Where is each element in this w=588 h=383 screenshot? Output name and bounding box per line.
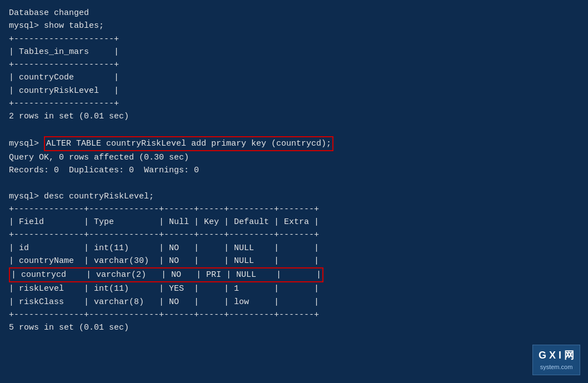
terminal-line: Records: 0 Duplicates: 0 Warnings: 0	[9, 164, 579, 177]
terminal-line: mysql> show tables;	[9, 19, 579, 32]
terminal-line: mysql> desc countryRiskLevel;	[9, 190, 579, 203]
terminal-line: Query OK, 0 rows affected (0.30 sec)	[9, 151, 579, 164]
highlight-command: ALTER TABLE countryRiskLevel add primary…	[44, 136, 333, 151]
terminal-line: 2 rows in set (0.01 sec)	[9, 110, 579, 123]
highlight-row-content: | countrycd | varchar(2) | NO | PRI | NU…	[9, 267, 323, 282]
terminal-line	[9, 123, 579, 136]
terminal-line: | countryCode |	[9, 71, 579, 84]
terminal-line: | countryName | varchar(30) | NO | | NUL…	[9, 255, 579, 267]
terminal-line: 5 rows in set (0.01 sec)	[9, 321, 579, 334]
watermark-domain: system.com	[539, 363, 574, 371]
terminal-line: | Tables_in_mars |	[9, 46, 579, 58]
terminal-line: Database changed	[9, 7, 579, 19]
terminal-line: +--------------+--------------+------+--…	[9, 228, 579, 241]
terminal-line: +--------------+--------------+------+--…	[9, 203, 579, 216]
terminal-line: | id | int(11) | NO | | NULL | |	[9, 242, 579, 255]
terminal-line: +--------------+--------------+------+--…	[9, 309, 579, 321]
terminal-line: +--------------------+	[9, 33, 579, 46]
terminal-line: | countryRiskLevel |	[9, 84, 579, 97]
watermark: G X I 网 system.com	[532, 345, 580, 375]
terminal-line: | riskLevel | int(11) | YES | | 1 | |	[9, 282, 579, 295]
terminal-window: Database changed mysql> show tables; +--…	[0, 0, 588, 383]
watermark-brand: G X I 网	[539, 349, 574, 362]
terminal-line: | Field | Type | Null | Key | Default | …	[9, 216, 579, 228]
terminal-line: | riskClass | varchar(8) | NO | | low | …	[9, 296, 579, 309]
countrycd-row: | countrycd | varchar(2) | NO | PRI | NU…	[9, 267, 579, 282]
terminal-line: +--------------------+	[9, 58, 579, 71]
terminal-line	[9, 177, 579, 190]
alter-table-command: mysql> ALTER TABLE countryRiskLevel add …	[9, 136, 579, 151]
terminal-line: +--------------------+	[9, 97, 579, 110]
